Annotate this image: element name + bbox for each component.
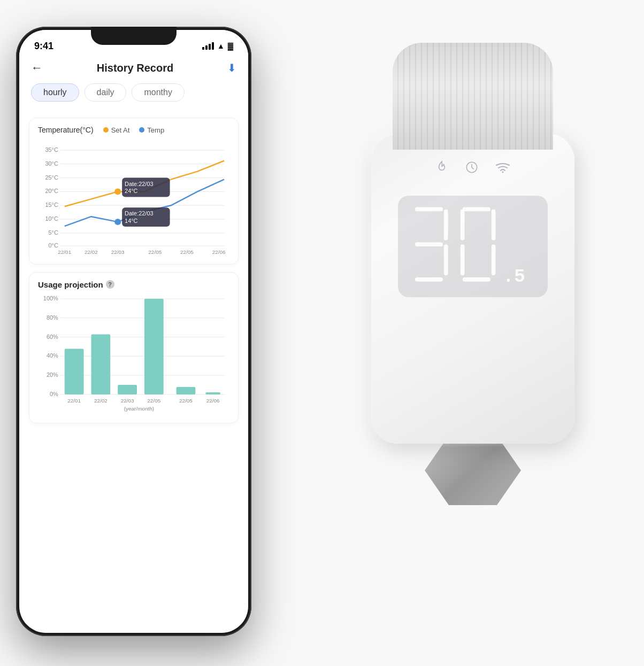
bottom-connector xyxy=(419,433,526,508)
usage-chart-svg: 100% 80% 60% 40% 20% 0% xyxy=(38,293,229,416)
svg-rect-48 xyxy=(205,392,220,394)
svg-rect-60 xyxy=(415,277,443,282)
svg-text:35°C: 35°C xyxy=(45,146,58,153)
svg-text:25°C: 25°C xyxy=(45,174,58,181)
phone-wrapper: 9:41 ▲ ▓ ← xyxy=(16,27,251,636)
app-header-section: ← History Record ⬇ hourly daily mon xyxy=(19,57,248,110)
help-icon[interactable]: ? xyxy=(106,280,114,289)
thermostat-barrel: .5 xyxy=(371,134,574,444)
svg-rect-43 xyxy=(65,349,84,394)
svg-text:22/05: 22/05 xyxy=(179,398,193,404)
led-sub-text: .5 xyxy=(503,266,525,287)
svg-text:22/05: 22/05 xyxy=(148,249,162,255)
legend-set-at: Set At xyxy=(103,126,130,134)
chart-title: Temperature(°C) xyxy=(38,126,94,134)
svg-text:22/05: 22/05 xyxy=(147,398,160,404)
back-button[interactable]: ← xyxy=(31,61,43,75)
svg-text:22/06: 22/06 xyxy=(206,398,220,404)
svg-text:(year/month): (year/month) xyxy=(124,406,154,412)
status-icons: ▲ ▓ xyxy=(202,42,233,50)
svg-text:40%: 40% xyxy=(47,352,58,359)
svg-text:20%: 20% xyxy=(47,371,58,378)
svg-rect-66 xyxy=(461,244,465,275)
svg-rect-58 xyxy=(415,207,443,212)
thermostat-device: .5 xyxy=(323,43,623,609)
usage-chart-section: Usage projection ? 100% 80% xyxy=(29,272,239,424)
svg-text:22/02: 22/02 xyxy=(94,398,108,404)
status-time: 9:41 xyxy=(34,41,53,52)
flame-icon xyxy=(435,160,449,174)
legend-dot-blue xyxy=(139,127,144,133)
svg-rect-62 xyxy=(444,244,448,275)
download-button[interactable]: ⬇ xyxy=(227,61,236,74)
svg-text:Date:22/03: Date:22/03 xyxy=(125,210,153,216)
legend-temp: Temp xyxy=(139,126,164,134)
hex-connector xyxy=(425,436,521,505)
svg-text:Date:22/03: Date:22/03 xyxy=(125,181,153,187)
svg-rect-63 xyxy=(463,207,490,212)
clock-icon xyxy=(465,160,479,174)
led-digits-svg: .5 xyxy=(411,204,535,289)
wifi-device-icon xyxy=(495,160,511,174)
svg-text:22/03: 22/03 xyxy=(111,249,125,255)
wifi-icon: ▲ xyxy=(217,42,225,50)
battery-icon: ▓ xyxy=(228,42,233,50)
svg-rect-45 xyxy=(118,385,137,394)
svg-text:14°C: 14°C xyxy=(125,218,138,224)
app-header: ← History Record ⬇ xyxy=(19,57,248,80)
svg-text:15°C: 15°C xyxy=(45,202,58,208)
svg-text:0°C: 0°C xyxy=(48,242,58,249)
signal-icon xyxy=(202,42,214,50)
svg-text:22/01: 22/01 xyxy=(58,249,71,255)
svg-rect-64 xyxy=(463,277,490,282)
svg-rect-44 xyxy=(91,334,110,394)
svg-text:24°C: 24°C xyxy=(125,188,138,194)
svg-rect-68 xyxy=(492,244,496,275)
svg-rect-67 xyxy=(492,209,496,240)
usage-title: Usage projection ? xyxy=(38,280,229,289)
legend-dot-orange xyxy=(103,127,109,133)
knob-top xyxy=(393,43,553,150)
tab-monthly[interactable]: monthy xyxy=(132,83,184,102)
svg-text:10°C: 10°C xyxy=(45,215,58,222)
svg-rect-59 xyxy=(415,242,443,246)
temp-chart-svg: 35°C 30°C 25°C 20°C 15°C 10°C 5°C 0°C xyxy=(38,140,229,257)
led-display: .5 xyxy=(398,196,548,297)
svg-text:5°C: 5°C xyxy=(48,229,58,236)
svg-rect-47 xyxy=(177,387,196,394)
chart-legend: Temperature(°C) Set At Temp xyxy=(38,126,229,134)
svg-text:0%: 0% xyxy=(50,391,58,397)
svg-text:22/02: 22/02 xyxy=(85,249,98,255)
svg-text:22/01: 22/01 xyxy=(67,398,81,404)
svg-text:(year/month): (year/month) xyxy=(113,256,143,257)
phone-inner: 9:41 ▲ ▓ ← xyxy=(19,30,248,633)
svg-text:30°C: 30°C xyxy=(45,160,58,167)
tab-bar: hourly daily monthy xyxy=(19,80,248,108)
page-title: History Record xyxy=(97,62,173,74)
svg-text:22/03: 22/03 xyxy=(121,398,134,404)
svg-text:22/05: 22/05 xyxy=(180,249,194,255)
svg-point-17 xyxy=(114,219,121,225)
svg-text:20°C: 20°C xyxy=(45,188,58,194)
scene: 9:41 ▲ ▓ ← xyxy=(0,0,644,666)
svg-text:60%: 60% xyxy=(47,333,58,339)
barrel-status-icons xyxy=(435,160,511,174)
svg-rect-46 xyxy=(144,299,164,394)
svg-text:100%: 100% xyxy=(43,295,58,301)
temperature-chart-section: Temperature(°C) Set At Temp xyxy=(29,118,239,265)
phone-device: 9:41 ▲ ▓ ← xyxy=(16,27,251,636)
tab-daily[interactable]: daily xyxy=(85,83,127,102)
tab-hourly[interactable]: hourly xyxy=(31,83,79,102)
temp-chart-container: 35°C 30°C 25°C 20°C 15°C 10°C 5°C 0°C xyxy=(38,140,229,259)
svg-point-16 xyxy=(114,188,121,195)
phone-notch xyxy=(91,27,177,45)
svg-point-57 xyxy=(502,172,504,173)
svg-text:22/06: 22/06 xyxy=(212,249,226,255)
svg-rect-65 xyxy=(461,209,465,240)
svg-text:80%: 80% xyxy=(47,314,58,320)
svg-rect-61 xyxy=(444,209,448,240)
